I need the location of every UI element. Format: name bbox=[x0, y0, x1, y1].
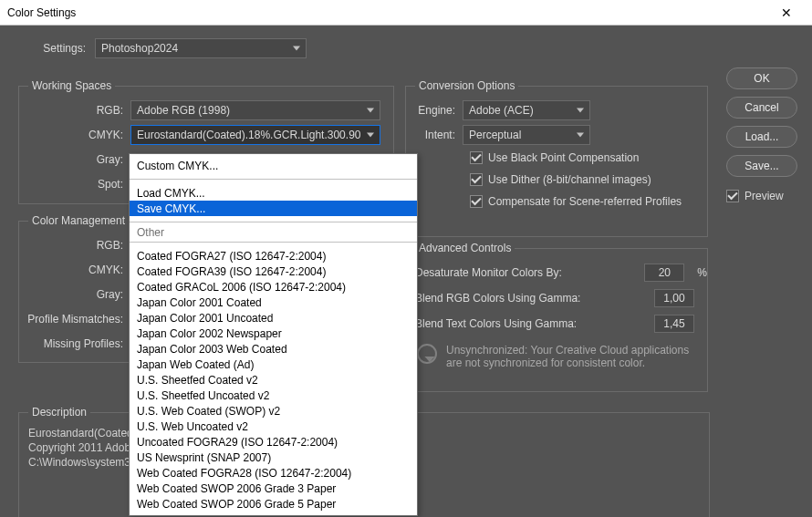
ws-rgb-select[interactable]: Adobe RGB (1998) bbox=[130, 100, 380, 120]
description-legend: Description bbox=[28, 406, 90, 419]
dither-checkbox[interactable] bbox=[470, 173, 483, 186]
cm-rgb-label: RGB: bbox=[19, 239, 130, 252]
load-button[interactable]: Load... bbox=[726, 126, 797, 148]
blend-rgb-label: Blend RGB Colors Using Gamma: bbox=[415, 292, 598, 305]
black-point-checkbox[interactable] bbox=[470, 151, 483, 164]
dropdown-item-profile[interactable]: U.S. Sheetfed Uncoated v2 bbox=[130, 388, 417, 403]
advanced-controls-group: Advanced Controls Desaturate Monitor Col… bbox=[405, 248, 708, 392]
close-button[interactable]: ✕ bbox=[768, 5, 805, 20]
dropdown-item-profile[interactable]: Uncoated FOGRA29 (ISO 12647-2:2004) bbox=[130, 434, 417, 450]
preview-label: Preview bbox=[744, 190, 784, 202]
chevron-down-icon bbox=[367, 108, 374, 112]
ok-button[interactable]: OK bbox=[726, 67, 797, 89]
ws-rgb-label: RGB: bbox=[19, 104, 130, 117]
ws-cmyk-value: Eurostandard(Coated).18%.GCR.Light.300.9… bbox=[137, 129, 360, 141]
dropdown-item-profile[interactable]: Coated GRACoL 2006 (ISO 12647-2:2004) bbox=[130, 279, 417, 295]
blend-text-field[interactable]: 1,45 bbox=[654, 315, 694, 333]
dropdown-item-profile[interactable]: Coated FOGRA39 (ISO 12647-2:2004) bbox=[130, 264, 417, 279]
desaturate-label: Desaturate Monitor Colors By: bbox=[415, 266, 598, 279]
conv-engine-select[interactable]: Adobe (ACE) bbox=[463, 100, 590, 120]
percent-unit: % bbox=[697, 266, 707, 279]
settings-label: Settings: bbox=[33, 42, 86, 55]
dropdown-item-profile[interactable]: Japan Color 2002 Newspaper bbox=[130, 326, 417, 341]
preview-checkbox[interactable] bbox=[726, 190, 739, 202]
dropdown-item-profile[interactable]: Web Coated FOGRA28 (ISO 12647-2:2004) bbox=[130, 465, 417, 481]
cm-profile-mismatches-label: Profile Mismatches: bbox=[19, 313, 130, 326]
cm-cmyk-label: CMYK: bbox=[19, 264, 130, 276]
dropdown-item-profile[interactable]: US Newsprint (SNAP 2007) bbox=[130, 450, 417, 465]
dropdown-item-custom-cmyk[interactable]: Custom CMYK... bbox=[130, 158, 417, 173]
dropdown-item-profile[interactable]: Japan Color 2001 Uncoated bbox=[130, 310, 417, 326]
unsync-icon bbox=[417, 344, 437, 364]
dropdown-separator bbox=[130, 242, 417, 243]
advanced-legend: Advanced Controls bbox=[415, 242, 515, 254]
ws-gray-label: Gray: bbox=[19, 153, 130, 166]
conv-engine-value: Adobe (ACE) bbox=[469, 104, 534, 117]
conv-intent-value: Perceptual bbox=[469, 129, 521, 141]
ws-spot-label: Spot: bbox=[19, 178, 130, 191]
color-management-legend: Color Management bbox=[28, 214, 129, 227]
desaturate-field[interactable]: 20 bbox=[644, 264, 684, 282]
cancel-button[interactable]: Cancel bbox=[726, 97, 797, 119]
working-spaces-legend: Working Spaces bbox=[28, 79, 115, 92]
dropdown-separator bbox=[130, 222, 417, 222]
settings-select[interactable]: Photoshop2024 bbox=[95, 38, 307, 58]
dropdown-item-save-cmyk[interactable]: Save CMYK... bbox=[130, 201, 417, 216]
conv-intent-label: Intent: bbox=[406, 129, 463, 141]
conversion-options-group: Conversion Options Engine: Adobe (ACE) I… bbox=[405, 86, 708, 237]
dropdown-item-profile[interactable]: U.S. Web Uncoated v2 bbox=[130, 419, 417, 434]
blend-text-label: Blend Text Colors Using Gamma: bbox=[415, 317, 598, 330]
cm-gray-label: Gray: bbox=[19, 288, 130, 301]
dropdown-item-profile[interactable]: Japan Color 2001 Coated bbox=[130, 295, 417, 310]
settings-value: Photoshop2024 bbox=[101, 42, 178, 55]
ws-rgb-value: Adobe RGB (1998) bbox=[137, 104, 230, 117]
scene-ref-checkbox[interactable] bbox=[470, 195, 483, 208]
window-title: Color Settings bbox=[7, 6, 768, 19]
dropdown-profile-list: Coated FOGRA27 (ISO 12647-2:2004)Coated … bbox=[130, 244, 417, 515]
dropdown-item-profile[interactable]: Coated FOGRA27 (ISO 12647-2:2004) bbox=[130, 248, 417, 264]
chevron-down-icon bbox=[367, 132, 374, 137]
preview-row: Preview bbox=[726, 190, 797, 202]
unsync-notice: Unsynchronized: Your Creative Cloud appl… bbox=[406, 336, 707, 377]
dropdown-item-profile[interactable]: Japan Web Coated (Ad) bbox=[130, 357, 417, 372]
conversion-legend: Conversion Options bbox=[415, 79, 518, 92]
dropdown-item-load-cmyk[interactable]: Load CMYK... bbox=[130, 185, 417, 201]
cmyk-dropdown: Custom CMYK... Load CMYK... Save CMYK...… bbox=[129, 153, 418, 516]
dropdown-item-profile[interactable]: Japan Color 2003 Web Coated bbox=[130, 341, 417, 357]
ws-cmyk-label: CMYK: bbox=[19, 129, 130, 141]
dialog-buttons: OK Cancel Load... Save... Preview bbox=[726, 67, 797, 202]
conv-intent-select[interactable]: Perceptual bbox=[463, 125, 590, 145]
black-point-label: Use Black Point Compensation bbox=[488, 151, 639, 164]
dialog-content: Settings: Photoshop2024 Working Spaces R… bbox=[0, 26, 812, 82]
dropdown-item-profile[interactable]: Web Coated SWOP 2006 Grade 5 Paper bbox=[130, 496, 417, 512]
titlebar: Color Settings ✕ bbox=[0, 0, 812, 26]
chevron-down-icon bbox=[577, 132, 584, 137]
dropdown-item-profile[interactable]: U.S. Web Coated (SWOP) v2 bbox=[130, 403, 417, 419]
conv-engine-label: Engine: bbox=[406, 104, 463, 117]
unsync-text: Unsynchronized: Your Creative Cloud appl… bbox=[446, 344, 692, 369]
ws-cmyk-select[interactable]: Eurostandard(Coated).18%.GCR.Light.300.9… bbox=[130, 125, 380, 145]
dropdown-item-profile[interactable]: U.S. Sheetfed Coated v2 bbox=[130, 372, 417, 388]
save-button[interactable]: Save... bbox=[726, 155, 797, 177]
dropdown-separator bbox=[130, 179, 417, 180]
cm-missing-profiles-label: Missing Profiles: bbox=[19, 337, 130, 350]
scene-ref-label: Compensate for Scene-referred Profiles bbox=[488, 195, 682, 208]
dropdown-header-other: Other bbox=[130, 224, 417, 240]
dither-label: Use Dither (8-bit/channel images) bbox=[488, 173, 651, 186]
chevron-down-icon bbox=[577, 108, 584, 112]
blend-rgb-field[interactable]: 1,00 bbox=[654, 289, 694, 307]
dropdown-item-profile[interactable]: Web Coated SWOP 2006 Grade 3 Paper bbox=[130, 481, 417, 496]
settings-row: Settings: Photoshop2024 bbox=[33, 38, 797, 58]
chevron-down-icon bbox=[293, 47, 300, 51]
